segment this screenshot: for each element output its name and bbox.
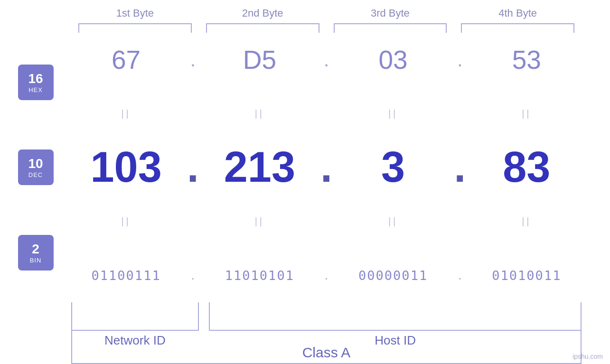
bin-label: 2 BIN (18, 235, 54, 271)
hex-number: 16 (28, 71, 43, 86)
bracket-byte3 (334, 23, 447, 33)
bracket-byte2 (206, 23, 319, 33)
hex-dot3: . (448, 48, 472, 71)
bin-row: 01100111 . 11010101 . 00000011 . 0101001… (71, 248, 582, 302)
label-column: 16 HEX 10 DEC 2 BIN (0, 33, 71, 302)
top-brackets (71, 23, 582, 33)
host-id-bracket (209, 302, 582, 331)
hex-dot2: . (315, 48, 338, 71)
bin-byte3: 00000011 (338, 268, 448, 283)
bin-byte4: 01010011 (472, 268, 582, 283)
dec-label: 10 DEC (18, 149, 54, 185)
dec-byte4: 83 (472, 143, 582, 192)
hex-byte1: 67 (71, 45, 181, 75)
dec-byte3: 3 (338, 143, 448, 192)
bracket-byte1 (78, 23, 192, 33)
host-id-label: Host ID (209, 333, 582, 348)
sep-row-1: || || || || (71, 87, 582, 141)
dec-dot1: . (181, 143, 205, 192)
network-id-label: Network ID (71, 333, 199, 348)
data-columns: 67 . D5 . 03 . 53 || || || || 103 (71, 33, 582, 302)
hex-name: HEX (28, 86, 43, 93)
main-layout: 1st Byte 2nd Byte 3rd Byte 4th Byte 16 H… (0, 0, 610, 364)
hex-dot1: . (181, 48, 205, 71)
sep1-byte1: || (71, 108, 181, 119)
byte3-header: 3rd Byte (327, 7, 454, 23)
bracket-byte4 (461, 23, 574, 33)
hex-byte4: 53 (472, 45, 582, 75)
dec-number: 10 (28, 156, 43, 171)
sep-row-2: || || || || (71, 195, 582, 249)
byte4-header: 4th Byte (454, 7, 582, 23)
byte2-header: 2nd Byte (199, 7, 327, 23)
byte1-header: 1st Byte (71, 7, 199, 23)
top-section: 1st Byte 2nd Byte 3rd Byte 4th Byte (0, 0, 610, 33)
hex-byte2: D5 (205, 45, 314, 75)
bottom-section: Network ID Host ID Class A (71, 302, 582, 364)
bin-byte2: 11010101 (205, 268, 314, 283)
sep1-byte4: || (472, 108, 582, 119)
hex-row: 67 . D5 . 03 . 53 (71, 33, 582, 87)
hex-byte3: 03 (338, 45, 448, 75)
sep1-byte2: || (205, 108, 314, 119)
bin-name: BIN (30, 257, 42, 264)
watermark: ipshu.com (572, 353, 603, 360)
dec-row: 103 . 213 . 3 . 83 (71, 140, 582, 195)
bin-byte1: 01100111 (71, 268, 181, 283)
bin-dot3: . (448, 268, 472, 283)
hex-label: 16 HEX (18, 65, 54, 100)
sep2-byte1: || (71, 216, 181, 227)
dec-byte1: 103 (71, 143, 181, 192)
network-id-bracket (71, 302, 199, 331)
bin-dot2: . (315, 268, 338, 283)
sep2-byte4: || (472, 216, 582, 227)
dec-name: DEC (28, 171, 43, 178)
dec-dot3: . (448, 143, 472, 192)
sep1-byte3: || (338, 108, 448, 119)
dec-byte2: 213 (205, 143, 314, 192)
byte-headers-row: 1st Byte 2nd Byte 3rd Byte 4th Byte (71, 7, 582, 23)
bin-number: 2 (32, 242, 39, 257)
sep2-byte3: || (338, 216, 448, 227)
rows-section: 16 HEX 10 DEC 2 BIN 67 . D5 . 03 . 53 (0, 33, 610, 302)
bin-dot1: . (181, 268, 205, 283)
dec-dot2: . (315, 143, 338, 192)
sep2-byte2: || (205, 216, 314, 227)
